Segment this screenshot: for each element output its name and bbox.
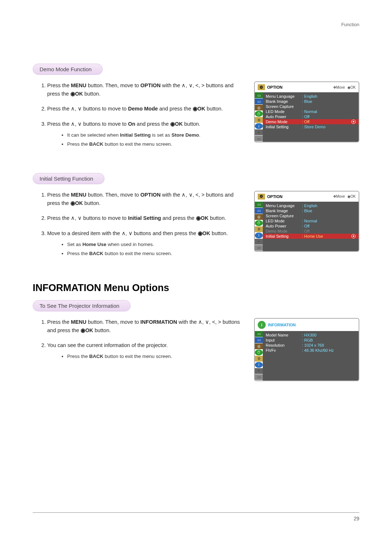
selection-dot-icon: [351, 234, 356, 238]
sidebar-icon-info: i: [255, 123, 263, 129]
initial-step-3: Move to a desired item with the ∧, ∨ but…: [47, 229, 247, 258]
sidebar-icon-option: ⚙: [255, 226, 263, 232]
sidebar-icon-time: ⏱: [255, 111, 263, 117]
initial-steps-list: Press the MENU button. Then, move to OPT…: [33, 191, 247, 258]
sidebar-icon-screen: ▭: [255, 98, 263, 104]
osd-hint-ok: ◉OK: [347, 85, 356, 89]
selection-dot-icon: [351, 120, 356, 124]
info-step-2: You can see the current information of t…: [47, 341, 247, 360]
osd-info-title: INFORMATION: [268, 323, 296, 327]
osd-option-demo: ⚙ OPTION ✥Move ◉OK ▭ ▭ ◎ ⏱ ⚙ i •: [254, 81, 359, 142]
option-header-icon: ⚙: [258, 84, 265, 90]
osd-option-initial: ⚙ OPTION ✥Move ◉OK ▭ ▭ ◎ ⏱ ⚙ i •: [254, 191, 359, 252]
sidebar-icon-target: ◎: [255, 214, 263, 220]
sidebar-icon-target: ◎: [255, 105, 263, 110]
information-menu-heading: INFORMATION Menu Options: [33, 282, 359, 294]
sidebar-icon-extra1: •: [255, 239, 263, 245]
osd-hint-ok: ◉OK: [347, 194, 356, 198]
option-header-icon: ⚙: [258, 194, 265, 200]
sidebar-icon-extra1: •: [255, 368, 263, 374]
sidebar-icon-target: ◎: [255, 343, 263, 349]
section-pill-demo-mode: Demo Mode Function: [33, 64, 103, 75]
sidebar-icon-info: i: [255, 362, 263, 368]
demo-note-2: Press the BACK button to exit the menu s…: [67, 140, 247, 148]
sidebar-icon-picture: ▭: [255, 92, 263, 98]
initial-step-2: Press the ∧, ∨ buttons to move to Initia…: [47, 214, 247, 222]
osd-information: i INFORMATION ▭ ▭ ◎ ⏱ ⚙ i • ▭ M: [254, 318, 359, 381]
sidebar-icon-extra2: ▭: [255, 245, 263, 251]
sidebar-icon-option: ⚙: [255, 117, 263, 123]
demo-step-2: Press the ∧, ∨ buttons to move to Demo M…: [47, 105, 247, 113]
info-steps-list: Press the MENU button. Then, move to INF…: [33, 318, 247, 360]
sidebar-icon-extra2: ▭: [255, 136, 263, 141]
osd-row-demo-mode-selected: Demo Mode: Off: [263, 119, 359, 124]
sidebar-icon-time: ⏱: [255, 350, 263, 355]
info-header-icon: i: [258, 321, 266, 329]
sidebar-icon-time: ⏱: [255, 220, 263, 226]
demo-step-3: Press the ∧, ∨ buttons to move to On and…: [47, 120, 247, 148]
initial-step-1: Press the MENU button. Then, move to OPT…: [47, 191, 247, 207]
info-note-1: Press the BACK button to exit the menu s…: [67, 352, 247, 360]
sidebar-icon-screen: ▭: [255, 208, 263, 214]
demo-note-1: It can be selected when Initial Setting …: [67, 131, 247, 139]
osd-row-initial-setting-selected: Initial Setting: Home Use: [263, 234, 359, 239]
osd-option-title: OPTION: [267, 194, 282, 199]
sidebar-icon-picture: ▭: [255, 331, 263, 337]
sidebar-icon-screen: ▭: [255, 337, 263, 343]
demo-step-1: Press the MENU button. Then, move to OPT…: [47, 81, 247, 98]
sidebar-icon-info: i: [255, 233, 263, 238]
osd-option-title: OPTION: [267, 85, 282, 89]
sidebar-icon-extra1: •: [255, 129, 263, 135]
page-number: 29: [354, 516, 359, 521]
demo-steps-list: Press the MENU button. Then, move to OPT…: [33, 81, 247, 148]
osd-hint-move: ✥Move: [333, 194, 345, 198]
page-header-category: Function: [33, 22, 359, 27]
sidebar-icon-extra2: ▭: [255, 374, 263, 380]
info-step-1: Press the MENU button. Then, move to INF…: [47, 318, 247, 335]
initial-note-2: Press the BACK button to exit the menu s…: [67, 250, 247, 258]
osd-hint-move: ✥Move: [333, 85, 345, 89]
section-pill-initial-setting: Initial Setting Function: [33, 173, 105, 184]
initial-note-1: Set as Home Use when used in homes.: [67, 241, 247, 249]
section-pill-projector-info: To See The Projector Information: [33, 300, 131, 311]
sidebar-icon-option: ⚙: [255, 356, 263, 362]
sidebar-icon-picture: ▭: [255, 202, 263, 207]
